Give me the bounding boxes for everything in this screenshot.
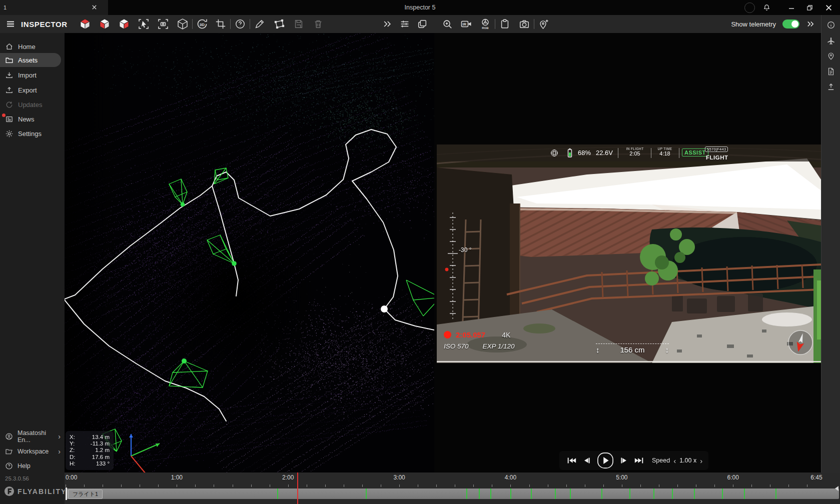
ir-video-icon[interactable]: IR (460, 18, 473, 30)
video-telemetry-bar: 68% 22.6V IN FLIGHT 2:05 UP TIME 4:18 AS… (437, 144, 821, 162)
help-tool-icon[interactable] (234, 18, 247, 30)
assist-badge: ASSIST (682, 148, 708, 156)
pointcloud-viewport[interactable]: X:13.4 m Y:-11.3 m Z:1.2 m D:17.6 m H:13… (65, 33, 434, 472)
video-pane: 68% 22.6V IN FLIGHT 2:05 UP TIME 4:18 AS… (434, 33, 821, 472)
capture-region-icon[interactable] (157, 18, 170, 30)
timeline-tick (233, 484, 233, 487)
screenshot-camera-icon[interactable] (518, 18, 531, 30)
flight-plane-icon[interactable] (826, 36, 836, 46)
sidebar-item-home[interactable]: Home (0, 40, 61, 54)
menu-icon[interactable] (4, 18, 17, 30)
timeline-tick (399, 484, 400, 487)
more-tools-icon[interactable] (381, 18, 394, 30)
timeline-time-label: 0:00 (66, 474, 77, 481)
timeline-tick (492, 484, 492, 487)
timeline-tick (696, 484, 696, 487)
play-button[interactable] (596, 452, 614, 470)
sidebar-item-settings[interactable]: Settings (0, 126, 61, 140)
view-cube-right-icon[interactable] (118, 18, 131, 30)
timeline-tick (640, 484, 641, 487)
timeline[interactable]: フライト1 0:001:002:003:004:005:006:006:45 (65, 472, 840, 504)
layout-windows-icon[interactable] (416, 18, 429, 30)
timeline-tick (344, 484, 344, 487)
telemetry-more-icon[interactable] (806, 20, 815, 28)
avatar-placeholder[interactable] (743, 0, 756, 15)
close-button[interactable] (822, 0, 835, 15)
battery-percent: 68% (578, 149, 591, 156)
view-cube-top-icon[interactable] (79, 18, 92, 30)
window-title: Inspector 5 (405, 0, 436, 15)
measure-pencil-icon[interactable] (253, 18, 266, 30)
speed-increase-button[interactable]: › (700, 456, 702, 465)
skip-start-button[interactable] (565, 454, 577, 466)
timeline-tick (659, 484, 659, 487)
timeline-time-label: 6:45 (810, 474, 822, 481)
playback-controls: Speed ‹ 1.00 x › (559, 451, 708, 470)
frame-back-button[interactable] (581, 454, 593, 466)
axis-gizmo (129, 434, 160, 472)
document-tab[interactable]: 1 (0, 0, 108, 15)
timeline-playhead[interactable] (297, 472, 298, 504)
help-menu[interactable]: Help (0, 460, 65, 472)
add-poi-icon[interactable] (537, 18, 550, 30)
tab-close-icon[interactable] (92, 4, 97, 10)
sidebar-item-export[interactable]: Export (0, 83, 61, 97)
waypoint-dot[interactable] (181, 202, 185, 207)
timeline-track-label: フライト1 (68, 490, 103, 499)
info-icon[interactable] (826, 20, 836, 30)
export-icon (5, 86, 14, 94)
timeline-track[interactable]: フライト1 (66, 488, 839, 499)
current-position-dot[interactable] (381, 306, 388, 312)
upload-icon[interactable] (826, 82, 836, 92)
timeline-tick (677, 484, 678, 487)
rgb-camera-icon[interactable]: RGB (479, 18, 492, 30)
timeline-time-label: 6:00 (727, 474, 739, 481)
polygon-tool-icon[interactable] (273, 18, 286, 30)
toolbar-separator (230, 19, 231, 29)
waypoint-dot[interactable] (232, 261, 237, 266)
frame-forward-button[interactable] (618, 454, 630, 466)
skip-end-button[interactable] (633, 454, 645, 466)
timeline-tick (418, 484, 418, 487)
clipboard-icon[interactable] (498, 18, 511, 30)
rotate-3d-icon[interactable]: 3D (196, 18, 209, 30)
restore-button[interactable] (803, 0, 816, 15)
pitch-marker (445, 268, 449, 272)
location-pin-icon[interactable] (826, 51, 836, 61)
sidebar-item-news[interactable]: News (0, 112, 61, 126)
timeline-tick (436, 484, 437, 487)
wireframe-cube-icon[interactable] (176, 18, 189, 30)
svg-text:IR: IR (462, 22, 466, 26)
sidebar-item-assets[interactable]: Assets (0, 53, 61, 67)
show-telemetry-toggle[interactable] (782, 20, 799, 28)
workspace-menu[interactable]: Workspace › (0, 445, 65, 458)
timeline-tick (158, 484, 159, 487)
account-menu[interactable]: Masatoshi En... › (0, 430, 65, 443)
flyability-logo-icon (4, 486, 15, 496)
report-document-icon[interactable] (826, 66, 836, 76)
view-cube-left-icon[interactable] (98, 18, 111, 30)
timeline-tick (140, 484, 140, 487)
notifications-bell-icon[interactable] (760, 0, 773, 15)
zoom-icon[interactable] (441, 18, 454, 30)
minimize-button[interactable] (785, 0, 798, 15)
timeline-time-label: 4:00 (505, 474, 516, 481)
timeline-tick (807, 484, 807, 487)
waypoint-dot[interactable] (182, 358, 187, 364)
sidebar: Home Assets Import Export Updates News S… (0, 33, 65, 504)
camera-frustum (169, 179, 187, 204)
video-surface[interactable]: 68% 22.6V IN FLIGHT 2:05 UP TIME 4:18 AS… (437, 144, 821, 363)
sidebar-item-import[interactable]: Import (0, 68, 61, 82)
timeline-tick (455, 484, 455, 487)
adjustments-sliders-icon[interactable] (398, 18, 411, 30)
svg-text:RGB: RGB (482, 26, 489, 30)
timeline-collapse-icon[interactable] (834, 486, 839, 492)
timeline-time-label: 1:00 (171, 474, 183, 481)
save-icon (292, 18, 305, 30)
help-icon (5, 462, 13, 470)
crop-icon[interactable] (214, 18, 227, 30)
select-tool-icon[interactable] (137, 18, 150, 30)
timeline-start-cap (66, 488, 67, 500)
speed-decrease-button[interactable]: ‹ (673, 456, 676, 465)
updates-icon (5, 100, 14, 109)
